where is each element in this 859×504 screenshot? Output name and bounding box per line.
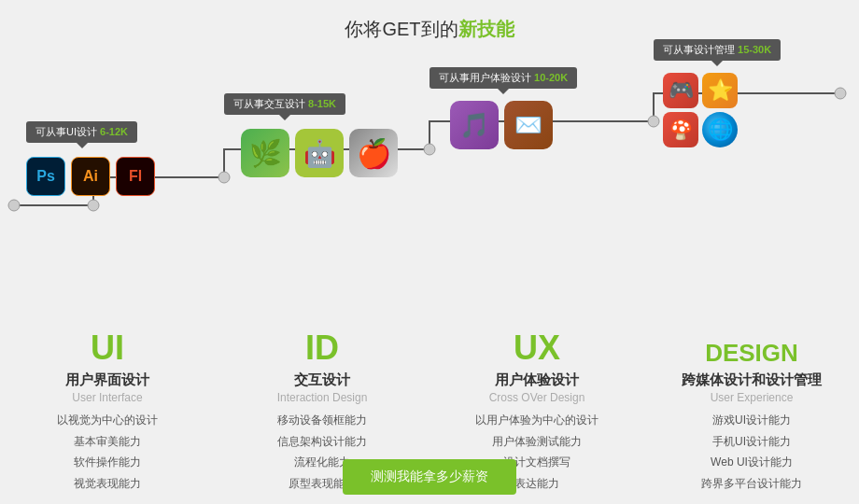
page-title: 你将GET到的新技能 (0, 0, 859, 42)
music-icon: 🎵 (450, 101, 499, 149)
col-ui: UI 用户界面设计 User Interface 以视觉为中心的设计 基本审美能… (5, 328, 210, 495)
col-design-items: 游戏UI设计能力 手机UI设计能力 Web UI设计能力 跨界多平台设计能力 (649, 410, 854, 495)
photoshop-icon: Ps (26, 157, 65, 196)
illustrator-icon: Ai (71, 157, 110, 196)
apple-icon: 🍎 (349, 129, 398, 177)
svg-point-4 (648, 116, 659, 127)
game-icon-2: ⭐ (702, 73, 738, 108)
svg-point-0 (8, 200, 20, 211)
title-highlight: 新技能 (458, 19, 514, 39)
badge-id: 可从事交互设计 8-15K (224, 93, 345, 115)
svg-point-3 (424, 144, 435, 155)
ux-icons: 🎵 ✉️ (450, 101, 553, 149)
badge-ui: 可从事UI设计 6-12K (26, 121, 137, 143)
id-icons: 🌿 🤖 🍎 (241, 129, 398, 177)
design-icons: 🎮 ⭐ 🍄 🌐 (663, 73, 738, 147)
ui-icons: Ps Ai Fl (26, 157, 155, 196)
col-ux-title: UX (434, 328, 640, 368)
badge-design: 可从事设计管理 15-30K (654, 39, 781, 61)
svg-point-2 (218, 172, 230, 183)
globe-icon: 🌐 (702, 112, 738, 147)
col-design-title: DESIGN (649, 339, 854, 368)
col-ui-subtitle-en: User Interface (5, 391, 210, 404)
leaf-app-icon: 🌿 (241, 129, 289, 177)
col-id-title: ID (219, 328, 425, 368)
flash-icon: Fl (116, 157, 155, 196)
col-ux-subtitle-zh: 用户体验设计 (434, 371, 640, 389)
col-design-subtitle-en: User Experience (649, 391, 854, 404)
col-id-subtitle-en: Interaction Design (219, 391, 425, 404)
svg-point-5 (835, 88, 846, 99)
mail-icon: ✉️ (504, 101, 553, 149)
game-icon-1: 🎮 (663, 73, 698, 108)
cta-button[interactable]: 测测我能拿多少薪资 (343, 459, 516, 495)
col-ui-subtitle-zh: 用户界面设计 (5, 371, 210, 389)
badge-ux: 可从事用户体验设计 10-20K (430, 67, 577, 89)
svg-point-1 (88, 200, 99, 211)
mushroom-icon: 🍄 (663, 112, 698, 147)
android-icon: 🤖 (295, 129, 344, 177)
title-normal: 你将GET到的 (345, 19, 458, 39)
col-id-subtitle-zh: 交互设计 (219, 371, 425, 389)
col-design-subtitle-zh: 跨媒体设计和设计管理 (649, 371, 854, 389)
col-ui-items: 以视觉为中心的设计 基本审美能力 软件操作能力 视觉表现能力 (5, 410, 210, 495)
col-ux-subtitle-en: Cross OVer Design (434, 391, 640, 404)
col-design: DESIGN 跨媒体设计和设计管理 User Experience 游戏UI设计… (649, 339, 854, 495)
col-ui-title: UI (5, 328, 210, 368)
